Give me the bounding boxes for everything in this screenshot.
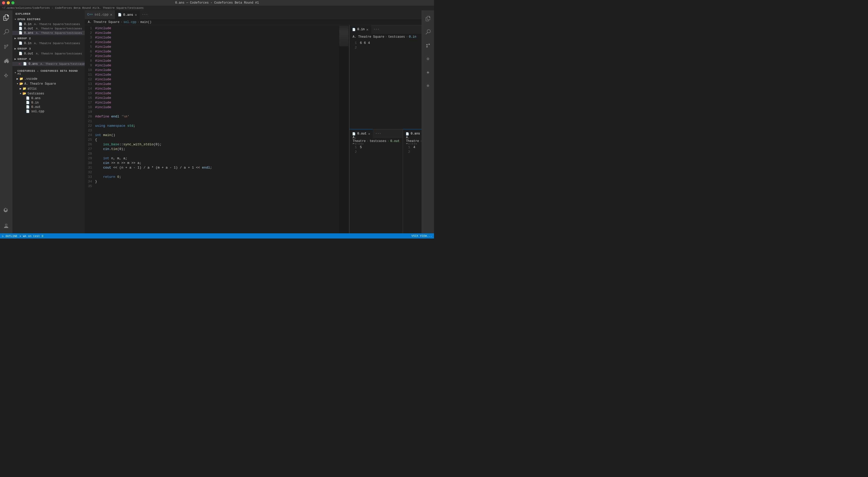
right-outline-icon[interactable]: ◈ — [422, 66, 434, 78]
source-control-icon[interactable] — [0, 40, 12, 53]
tree-0in[interactable]: 📄 0.in — [12, 100, 85, 105]
folder-theatre-square[interactable]: ▾ 📂 A. Theatre Square — [12, 81, 85, 86]
code-line-15: 15#include — [85, 91, 349, 96]
group3-header[interactable]: ▶ GROUP 3 — [12, 46, 85, 52]
group2-0in[interactable]: 📄 0.in A. Theatre Square/testcases — [12, 41, 85, 45]
out-icon: 📄 — [352, 132, 356, 136]
folder-attic[interactable]: ▶ 📁 attic — [12, 86, 85, 91]
group2-path: A. Theatre Square/testcases — [34, 42, 80, 45]
open-editor-0out[interactable]: 📄 0.out A. Theatre Square/testcases — [12, 26, 85, 31]
group4: ▶ GROUP 4 ✕ 📄 0.ans A. Theatre Square/te… — [12, 56, 85, 66]
panel-in-more[interactable]: ··· — [371, 25, 381, 34]
maximize-button[interactable] — [11, 1, 14, 4]
tab-0ans[interactable]: 📄 0.ans ✕ — [115, 10, 140, 19]
tab-solcpp[interactable]: C++ sol.cpp ✕ — [85, 10, 115, 19]
code-line-12: 12#include — [85, 77, 349, 82]
code-line-17: 17#include — [85, 100, 349, 105]
editor-area: C++ sol.cpp ✕ 📄 0.ans ✕ ··· A. Theatre S… — [85, 10, 422, 233]
open-editors-header[interactable]: ▾ OPEN EDITORS — [12, 16, 85, 22]
code-line-21: 21 — [85, 119, 349, 124]
tab-0ans-close[interactable]: ✕ — [135, 13, 137, 17]
tree-cpp-icon: 📄 — [26, 109, 30, 113]
file-out-icon2: 📄 — [19, 52, 23, 56]
breadcrumb-theatre[interactable]: A. Theatre Square — [88, 21, 119, 24]
tree-0ans[interactable]: 📄 0.ans — [12, 96, 85, 100]
folder-testcases[interactable]: ▾ 📂 testcases — [12, 91, 85, 96]
settings-icon[interactable] — [0, 203, 12, 216]
main-code-panel: 1#include 2#include 3#include 4#include … — [85, 25, 349, 233]
code-line-5: 5#include — [85, 45, 349, 49]
right-sidebar: ⚙ ◈ ⊕ — [422, 10, 434, 233]
code-editor[interactable]: 1#include 2#include 3#include 4#include … — [85, 25, 349, 233]
tab-panel-out-close[interactable]: ✕ — [368, 132, 370, 136]
panel-in-line-2: 2 — [349, 45, 422, 50]
panel-out: 📄 0.out ✕ ··· A. Theatre Square › testca… — [349, 129, 403, 233]
right-explorer-icon[interactable] — [422, 12, 434, 25]
folder-vscode[interactable]: ▶ 📁 .vscode — [12, 76, 85, 81]
panel-out-content[interactable]: 1 5 2 — [349, 144, 403, 233]
breadcrumb-main[interactable]: main() — [140, 21, 151, 24]
open-editors-group: ▾ OPEN EDITORS 📄 0.in A. Theatre Square/… — [12, 16, 85, 35]
folder-open-icon: 📂 — [20, 82, 23, 86]
panel-in-line-1: 1 6 6 4 — [349, 41, 422, 45]
search-icon[interactable] — [0, 26, 12, 38]
code-line-29: 29 int n, m, a; — [85, 156, 349, 161]
right-timeline-icon[interactable]: ⊕ — [422, 79, 434, 92]
window-controls[interactable] — [2, 1, 14, 4]
bc-testcases-in[interactable]: testcases — [388, 35, 405, 39]
tree-in-icon: 📄 — [26, 101, 30, 105]
open-editor-0ans[interactable]: 📄 0.ans A. Theatre Square/testcases — [12, 31, 85, 35]
code-line-31: 31 cout << (n + a - 1) / a * (m + a - 1)… — [85, 166, 349, 170]
group4-0ans[interactable]: ✕ 📄 0.ans A. Theatre Square/testcases — [12, 62, 85, 66]
breadcrumb-solcpp[interactable]: sol.cpp — [123, 21, 136, 24]
open-editor-0in[interactable]: 📄 0.in A. Theatre Square/testcases — [12, 22, 85, 26]
debug-icon[interactable] — [0, 55, 12, 67]
tree-out-icon: 📄 — [26, 105, 30, 109]
panel-out-more[interactable]: ··· — [373, 129, 383, 138]
group3-0out[interactable]: 📄 0.out A. Theatre Square/testcases — [12, 52, 85, 56]
account-icon[interactable] — [0, 220, 12, 232]
path-bar: ~/.acmx/solutions/Codeforces - Codeforce… — [0, 6, 434, 10]
panel-ans-content[interactable]: 1 4 2 — [403, 144, 422, 233]
chevron-right-icon4: ▶ — [17, 77, 18, 81]
close-x-icon[interactable]: ✕ — [19, 62, 21, 66]
status-outline-label[interactable]: ▷ OUTLINE — [2, 234, 17, 238]
right-scm-icon[interactable] — [422, 39, 434, 52]
code-line-27: 27 cin.tie(0); — [85, 147, 349, 151]
code-line-23: 23 — [85, 128, 349, 133]
minimize-button[interactable] — [7, 1, 10, 4]
code-line-7: 7#include — [85, 54, 349, 59]
bc-0in[interactable]: 0.in — [409, 35, 416, 39]
tab-solcpp-close[interactable]: ✕ — [110, 12, 112, 17]
group4-path: A. Theatre Square/testcases — [40, 63, 85, 66]
explorer-icon[interactable] — [0, 11, 12, 24]
ans-file-icon: 📄 — [118, 13, 122, 17]
chevron-right-icon: ▶ — [14, 37, 17, 40]
tree-0out[interactable]: 📄 0.out — [12, 105, 85, 109]
tab-more-button[interactable]: ··· — [140, 10, 150, 19]
tree-solcpp[interactable]: 📄 sol.cpp — [12, 109, 85, 113]
bc-testcases-out[interactable]: testcases — [370, 139, 386, 143]
tab-solcpp-label: sol.cpp — [95, 13, 109, 16]
in-icon: 📄 — [352, 28, 356, 31]
bc-theatre-in[interactable]: A. Theatre Square — [352, 35, 384, 39]
status-error[interactable]: ✕ WA on test 0 — [20, 234, 43, 238]
tab-panel-in-close[interactable]: ✕ — [366, 27, 368, 32]
tab-panel-in[interactable]: 📄 0.in ✕ — [349, 25, 371, 34]
extensions-icon[interactable] — [0, 69, 12, 81]
right-search-icon[interactable] — [422, 26, 434, 38]
code-line-13: 13#include — [85, 82, 349, 87]
status-vsix[interactable]: VSIX VIEW... — [411, 234, 432, 237]
group2-header[interactable]: ▶ GROUP 2 — [12, 36, 85, 41]
file-ans-icon2: 📄 — [23, 62, 27, 66]
panel-in-content[interactable]: 1 6 6 4 2 — [349, 40, 422, 129]
close-button[interactable] — [2, 1, 5, 4]
file-in-icon2: 📄 — [19, 41, 23, 45]
right-debug-icon[interactable]: ⚙ — [422, 53, 434, 65]
chevron-right-icon3: ▶ — [14, 57, 17, 61]
root-folder-header[interactable]: ▾ CODEFORCES - CODEFORCES BETA ROUND #1 — [12, 69, 85, 76]
group4-header[interactable]: ▶ GROUP 4 — [12, 56, 85, 62]
panel-out-breadcrumb: A. Theatre Square › testcases › 0.out — [349, 138, 403, 144]
tree-ans-icon: 📄 — [26, 96, 30, 100]
bc-0out[interactable]: 0.out — [390, 139, 400, 143]
